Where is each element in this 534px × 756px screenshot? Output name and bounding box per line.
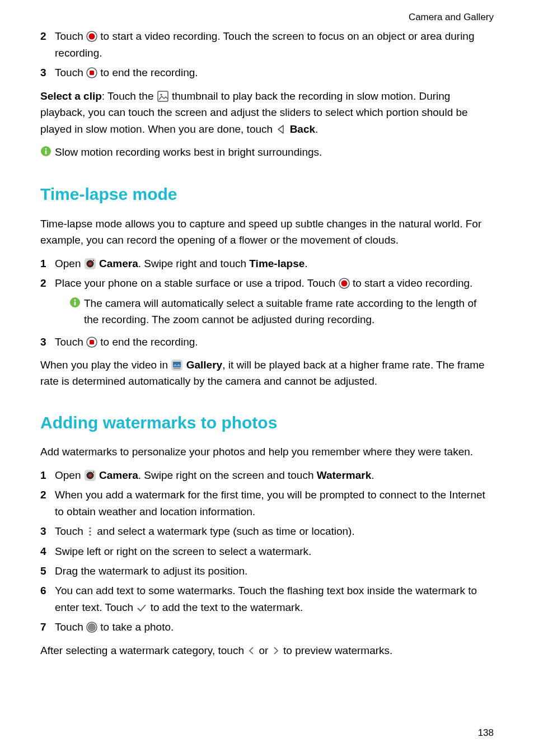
shutter-icon: [86, 622, 97, 633]
svg-point-14: [341, 281, 347, 287]
step-body: Touch and select a watermark type (such …: [55, 523, 494, 539]
camera-app-icon: [84, 469, 96, 482]
step-body: Place your phone on a stable surface or …: [55, 275, 494, 330]
svg-rect-8: [45, 150, 47, 154]
svg-rect-17: [74, 301, 76, 305]
svg-point-29: [89, 534, 91, 535]
stop-icon: [86, 337, 97, 348]
step-body: You can add text to some watermarks. Tou…: [55, 582, 494, 615]
step-number: 1: [40, 255, 55, 272]
svg-point-11: [88, 262, 92, 265]
step-body: Touch to end the recording.: [55, 334, 494, 350]
camera-app-icon: [84, 258, 96, 270]
step-body: Open Camera. Swipe right on the screen a…: [55, 467, 494, 483]
section-heading-watermarks: Adding watermarks to photos: [40, 410, 494, 436]
section-heading-timelapse: Time-lapse mode: [40, 181, 494, 208]
step-number: 7: [40, 619, 55, 635]
step-body: Drag the watermark to adjust its positio…: [55, 563, 494, 579]
step-number: 6: [40, 582, 55, 599]
svg-point-32: [89, 624, 95, 630]
info-icon: [69, 296, 81, 312]
svg-rect-3: [90, 71, 94, 75]
step-body: When you add a watermark for the first t…: [55, 487, 494, 520]
step-number: 3: [40, 523, 55, 539]
record-icon: [86, 31, 97, 42]
step-body: Touch to take a photo.: [55, 619, 494, 635]
step-body: Touch to end the recording.: [55, 64, 494, 81]
breadcrumb: Camera and Gallery: [40, 10, 494, 25]
step-number: 2: [40, 487, 55, 503]
info-note: Slow motion recording works best in brig…: [40, 144, 494, 161]
back-icon: [275, 124, 287, 135]
svg-point-16: [74, 299, 76, 301]
more-vertical-icon: [86, 526, 94, 537]
svg-rect-22: [174, 368, 180, 369]
svg-point-1: [88, 34, 95, 40]
step-number: 3: [40, 334, 55, 350]
svg-point-12: [93, 260, 94, 261]
info-icon: [40, 145, 51, 161]
step-body: Open Camera. Swipe right and touch Time-…: [55, 255, 494, 272]
chevron-left-icon: [247, 645, 256, 656]
svg-point-25: [88, 474, 92, 477]
paragraph: After selecting a watermark category, to…: [40, 642, 494, 659]
step-number: 2: [40, 275, 55, 291]
step-body: Touch to start a video recording. Touch …: [55, 28, 494, 61]
paragraph: Add watermarks to personalize your photo…: [40, 444, 494, 460]
paragraph: When you play the video in Gallery, it w…: [40, 357, 494, 390]
svg-point-28: [89, 530, 91, 532]
step-number: 3: [40, 64, 55, 81]
step-body: Swipe left or right on the screen to sel…: [55, 543, 494, 559]
image-thumbnail-icon: [157, 90, 169, 102]
checkmark-icon: [136, 602, 147, 613]
record-icon: [339, 278, 350, 289]
chevron-right-icon: [271, 645, 280, 656]
stop-icon: [86, 67, 97, 78]
svg-point-26: [93, 472, 94, 473]
paragraph: Select a clip: Touch the thumbnail to pl…: [40, 88, 494, 137]
paragraph: Time-lapse mode allows you to capture an…: [40, 216, 494, 249]
step-number: 2: [40, 28, 55, 44]
page-number: 138: [478, 726, 494, 740]
svg-point-5: [160, 94, 162, 95]
step-number: 5: [40, 563, 55, 579]
svg-point-7: [45, 148, 47, 150]
step-number: 1: [40, 467, 55, 483]
step-number: 4: [40, 543, 55, 559]
gallery-app-icon: [171, 359, 183, 371]
svg-point-27: [89, 527, 91, 529]
svg-rect-21: [173, 362, 181, 367]
svg-rect-19: [90, 340, 94, 344]
